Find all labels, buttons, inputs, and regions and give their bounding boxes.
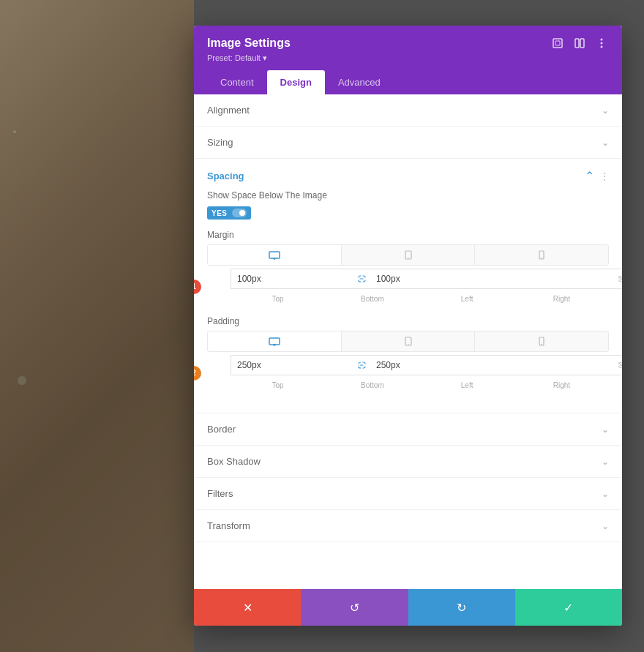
padding-values-wrap: 2 bbox=[207, 355, 609, 391]
margin-unlink-icon[interactable] bbox=[613, 269, 622, 288]
tab-advanced[interactable]: Advanced bbox=[325, 70, 394, 94]
cancel-icon: ✕ bbox=[243, 601, 252, 615]
svg-rect-1 bbox=[555, 41, 560, 45]
svg-point-5 bbox=[601, 42, 603, 45]
padding-tablet-btn[interactable] bbox=[342, 331, 476, 351]
padding-left-input[interactable] bbox=[492, 356, 613, 375]
margin-badge: 1 bbox=[194, 280, 201, 294]
alignment-label: Alignment bbox=[207, 105, 250, 116]
margin-top-label: Top bbox=[272, 295, 284, 303]
padding-desktop-btn[interactable] bbox=[208, 331, 342, 351]
margin-right-group bbox=[492, 269, 622, 289]
padding-left-label: Left bbox=[461, 381, 473, 389]
alignment-section[interactable]: Alignment ⌄ bbox=[194, 94, 622, 127]
spacing-header[interactable]: Spacing ⌃ ⋮ bbox=[207, 159, 609, 190]
border-chevron: ⌄ bbox=[602, 424, 609, 435]
sizing-label: Sizing bbox=[207, 137, 233, 148]
padding-unlink-icon[interactable] bbox=[613, 356, 622, 375]
padding-label: Padding bbox=[207, 316, 609, 326]
padding-group: Padding bbox=[207, 316, 609, 391]
more-icon[interactable] bbox=[594, 36, 609, 50]
margin-values-wrap: 1 bbox=[207, 269, 609, 304]
sizing-chevron: ⌄ bbox=[602, 138, 609, 148]
border-section[interactable]: Border ⌄ bbox=[194, 413, 622, 446]
margin-right-inner bbox=[492, 269, 622, 288]
margin-right-label: Right bbox=[553, 295, 570, 303]
margin-left-label: Left bbox=[461, 295, 473, 303]
svg-rect-0 bbox=[553, 39, 562, 48]
toggle-circle bbox=[232, 209, 247, 217]
box-shadow-chevron: ⌄ bbox=[602, 457, 609, 467]
padding-right-inner bbox=[492, 356, 622, 375]
save-icon: ✓ bbox=[564, 601, 573, 615]
svg-point-6 bbox=[601, 46, 603, 48]
margin-link-icon[interactable] bbox=[353, 269, 370, 288]
preset-label[interactable]: Preset: Default ▾ bbox=[207, 53, 609, 63]
show-space-label: Show Space Below The Image bbox=[207, 190, 609, 201]
svg-rect-3 bbox=[580, 39, 584, 48]
padding-left-group bbox=[231, 355, 492, 375]
margin-desktop-btn[interactable] bbox=[208, 245, 342, 265]
margin-left-group bbox=[231, 269, 492, 289]
tabs-row: Content Design Advanced bbox=[207, 70, 609, 94]
padding-top-label: Top bbox=[272, 381, 284, 389]
margin-left-input[interactable] bbox=[492, 269, 613, 288]
tab-design[interactable]: Design bbox=[267, 70, 325, 94]
margin-value-row bbox=[231, 269, 609, 289]
sizing-section[interactable]: Sizing ⌄ bbox=[194, 127, 622, 159]
toggle-yes-button[interactable]: YES bbox=[207, 206, 251, 220]
margin-labels-row: Top Bottom Left Right bbox=[231, 291, 609, 304]
toggle-yes-label: YES bbox=[211, 209, 228, 217]
margin-group: Margin bbox=[207, 230, 609, 304]
filters-section[interactable]: Filters ⌄ bbox=[194, 478, 622, 510]
transform-section[interactable]: Transform ⌄ bbox=[194, 510, 622, 542]
padding-link-icon[interactable] bbox=[353, 356, 370, 375]
margin-bottom-input[interactable] bbox=[370, 269, 492, 288]
filters-chevron: ⌄ bbox=[602, 489, 609, 499]
save-button[interactable]: ✓ bbox=[515, 589, 622, 626]
svg-rect-7 bbox=[269, 252, 280, 258]
target-icon[interactable] bbox=[550, 36, 565, 50]
redo-icon: ↻ bbox=[457, 601, 466, 615]
tab-content[interactable]: Content bbox=[207, 70, 267, 94]
transform-label: Transform bbox=[207, 520, 250, 531]
padding-top-input[interactable] bbox=[231, 356, 353, 375]
spacing-more-icon[interactable]: ⋮ bbox=[600, 171, 609, 181]
padding-badge: 2 bbox=[194, 366, 201, 381]
margin-device-row bbox=[207, 244, 609, 266]
cancel-button[interactable]: ✕ bbox=[194, 589, 301, 626]
margin-mobile-btn[interactable] bbox=[475, 245, 608, 265]
padding-bottom-label: Bottom bbox=[361, 381, 384, 389]
toggle-wrap: YES bbox=[207, 206, 609, 220]
panel-footer: ✕ ↺ ↻ ✓ bbox=[194, 589, 622, 626]
panel-header: Image Settings bbox=[194, 26, 622, 94]
svg-point-19 bbox=[408, 344, 408, 345]
svg-point-11 bbox=[408, 258, 408, 258]
box-shadow-section[interactable]: Box Shadow ⌄ bbox=[194, 446, 622, 478]
margin-label: Margin bbox=[207, 230, 609, 240]
alignment-chevron: ⌄ bbox=[602, 105, 609, 116]
padding-mobile-btn[interactable] bbox=[475, 331, 608, 351]
svg-rect-15 bbox=[269, 338, 280, 345]
undo-icon: ↺ bbox=[350, 601, 359, 615]
margin-bottom-label: Bottom bbox=[361, 295, 384, 303]
bottom-spacer bbox=[194, 542, 622, 572]
columns-icon[interactable] bbox=[572, 36, 587, 50]
padding-right-group bbox=[492, 355, 622, 375]
svg-rect-2 bbox=[575, 39, 579, 48]
spacing-section: Spacing ⌃ ⋮ Show Space Below The Image Y… bbox=[194, 159, 622, 413]
margin-top-input[interactable] bbox=[231, 269, 353, 288]
padding-bottom-input[interactable] bbox=[370, 356, 492, 375]
box-shadow-label: Box Shadow bbox=[207, 456, 261, 467]
image-settings-panel: Image Settings bbox=[194, 26, 622, 626]
transform-chevron: ⌄ bbox=[602, 521, 609, 531]
redo-button[interactable]: ↻ bbox=[408, 589, 515, 626]
padding-right-label: Right bbox=[553, 381, 570, 389]
header-icons bbox=[550, 36, 609, 50]
padding-value-row bbox=[231, 355, 609, 375]
panel-body: Alignment ⌄ Sizing ⌄ Spacing ⌃ ⋮ Show Sp… bbox=[194, 94, 622, 589]
spacing-icons: ⌃ ⋮ bbox=[585, 169, 609, 183]
undo-button[interactable]: ↺ bbox=[301, 589, 408, 626]
spacing-chevron-up: ⌃ bbox=[585, 169, 594, 183]
margin-tablet-btn[interactable] bbox=[342, 245, 476, 265]
